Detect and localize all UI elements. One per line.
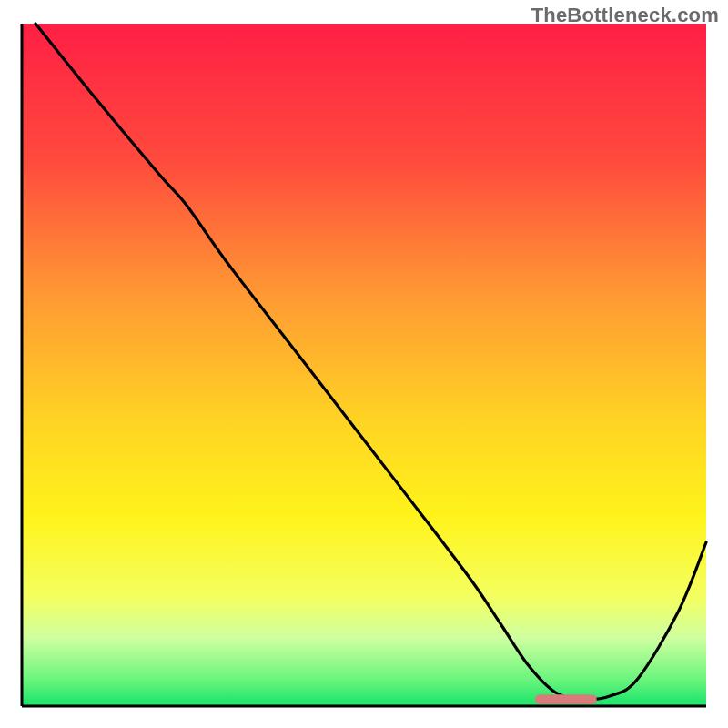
highlight-marker: [535, 694, 597, 704]
plot-background: [22, 24, 706, 706]
bottleneck-chart: [0, 0, 728, 728]
watermark: TheBottleneck.com: [531, 4, 719, 27]
